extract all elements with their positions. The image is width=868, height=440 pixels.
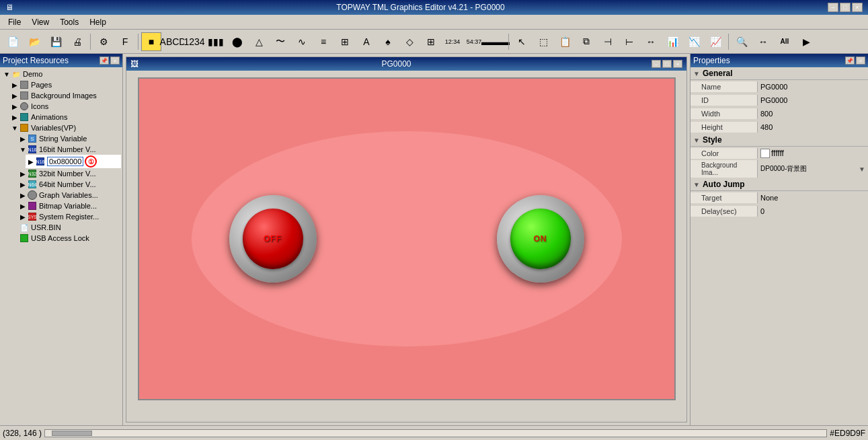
flip-tool[interactable]: ↔ xyxy=(753,32,773,51)
bg-label: Background Images xyxy=(31,91,97,100)
bgimage-text: DP0000-背景图 xyxy=(760,164,807,174)
settings-button[interactable]: ⚙ xyxy=(93,32,114,51)
chart2-tool[interactable]: 📉 xyxy=(684,32,704,51)
table-tool[interactable]: ⊞ xyxy=(421,32,441,51)
resize-tool[interactable]: ↔ xyxy=(641,32,661,51)
font-button[interactable]: F xyxy=(115,32,135,51)
textlabel-tool[interactable]: A xyxy=(356,32,377,51)
sine-tool[interactable]: ∿ xyxy=(292,32,312,51)
tree-usr-bin[interactable]: 📄 USR.BIN xyxy=(9,222,121,233)
chart3-tool[interactable]: 📈 xyxy=(705,32,725,51)
grid-tool[interactable]: ⊞ xyxy=(335,32,355,51)
tree-bitmap-var[interactable]: ▶ Bitmap Variable... xyxy=(17,200,121,211)
card-tool[interactable]: ♠ xyxy=(378,32,398,51)
canvas-minimize[interactable]: – xyxy=(652,60,661,68)
design-canvas[interactable]: OFF ON xyxy=(138,77,676,400)
expand-bitmap[interactable]: ▶ xyxy=(19,203,27,210)
autojump-section-header[interactable]: ▼ Auto Jump xyxy=(691,178,868,191)
tree-string-var[interactable]: ▶ S String Variable xyxy=(17,133,121,144)
expand-n32[interactable]: ▶ xyxy=(19,170,27,178)
tree-sysreg[interactable]: ▶ SYS System Register... xyxy=(17,211,121,222)
expand-bg[interactable]: ▶ xyxy=(11,92,19,100)
props-close-button[interactable]: × xyxy=(856,57,865,65)
rect-tool[interactable]: ■ xyxy=(141,32,161,51)
new-button[interactable]: 📄 xyxy=(3,32,23,51)
n16-item-input[interactable]: 0x080000 xyxy=(47,157,83,166)
print-button[interactable]: 🖨 xyxy=(67,32,87,51)
all-tool[interactable]: All xyxy=(775,32,795,51)
meter-tool[interactable]: ▬▬▬ xyxy=(485,32,506,51)
menu-view[interactable]: View xyxy=(26,16,54,28)
cursor-tool[interactable]: ↖ xyxy=(512,32,532,51)
tree-n16-var[interactable]: ▼ N16 16bit Number V... xyxy=(17,144,121,155)
distribute-tool[interactable]: ⊢ xyxy=(619,32,639,51)
save-button[interactable]: 💾 xyxy=(46,32,66,51)
tree-bg-images[interactable]: ▶ Background Images xyxy=(9,90,121,101)
minimize-button[interactable]: – xyxy=(828,3,838,12)
panel-pin-button[interactable]: 📌 xyxy=(100,57,109,65)
general-section-header[interactable]: ▼ General xyxy=(691,67,868,80)
expand-strvar[interactable]: ▶ xyxy=(19,135,27,143)
expand-pages[interactable]: ▶ xyxy=(11,81,19,89)
expand-vars[interactable]: ▼ xyxy=(11,124,19,132)
menu-tools[interactable]: Tools xyxy=(54,16,84,28)
tree-n64-var[interactable]: ▶ N64 64bit Number V... xyxy=(17,179,121,190)
expand-n16[interactable]: ▼ xyxy=(19,146,27,153)
text-tool[interactable]: ABCD xyxy=(163,32,183,51)
expand-n64[interactable]: ▶ xyxy=(19,181,27,188)
tree-pages[interactable]: ▶ Pages xyxy=(9,79,121,90)
diamond-tool[interactable]: ◇ xyxy=(399,32,420,51)
triangle-tool[interactable]: △ xyxy=(249,32,269,51)
tree-graph-var[interactable]: ▶ Graph Variables... xyxy=(17,190,121,200)
tree-n16-item[interactable]: ▶ N16 0x080000 ① xyxy=(26,155,121,168)
tree-usb-lock[interactable]: USB Access Lock xyxy=(9,233,121,244)
open-button[interactable]: 📂 xyxy=(24,32,44,51)
bg-icon xyxy=(19,91,30,100)
more-tool[interactable]: ▶ xyxy=(796,32,816,51)
expand-n16-item[interactable]: ▶ xyxy=(27,158,35,166)
expand-usb[interactable] xyxy=(11,235,19,242)
canvas-close[interactable]: × xyxy=(673,60,682,68)
canvas-content[interactable]: OFF ON xyxy=(126,71,686,422)
tree-variables[interactable]: ▼ Variables(VP) xyxy=(9,122,121,133)
chart1-tool[interactable]: 📊 xyxy=(662,32,682,51)
tree-demo[interactable]: ▼ 📁 Demo xyxy=(1,69,121,79)
expand-icons[interactable]: ▶ xyxy=(11,103,19,110)
props-pin-button[interactable]: 📌 xyxy=(845,57,855,65)
expand-anim[interactable]: ▶ xyxy=(11,114,19,121)
expand-demo[interactable]: ▼ xyxy=(3,71,11,78)
number-tool[interactable]: 1234 xyxy=(184,32,204,51)
timedisplay-tool[interactable]: 12:34 xyxy=(442,32,463,51)
maximize-button[interactable]: □ xyxy=(840,3,851,12)
sep1 xyxy=(90,34,91,50)
expand-graph[interactable]: ▶ xyxy=(19,192,27,199)
color-swatch[interactable] xyxy=(760,149,770,158)
tree-icons[interactable]: ▶ Icons xyxy=(9,101,121,112)
canvas-restore[interactable]: □ xyxy=(662,60,672,68)
on-button[interactable]: ON xyxy=(497,195,584,283)
barcode-tool[interactable]: ▮▮▮ xyxy=(206,32,226,51)
prop-bgimage-row: Background Ima... DP0000-背景图 ▼ xyxy=(691,160,868,178)
tree-n32-var[interactable]: ▶ N32 32bit Number V... xyxy=(17,168,121,179)
circle-tool[interactable]: ⬤ xyxy=(227,32,247,51)
zoom-tool[interactable]: 🔍 xyxy=(732,32,752,51)
newpage-tool[interactable]: 📋 xyxy=(555,32,575,51)
general-section-label: General xyxy=(703,69,733,78)
scroll-thumb[interactable] xyxy=(52,431,92,436)
expand-sysreg[interactable]: ▶ xyxy=(19,213,27,221)
panel-close-button[interactable]: × xyxy=(110,57,120,65)
bgimage-dropdown[interactable]: ▼ xyxy=(859,166,865,173)
off-button[interactable]: OFF xyxy=(229,195,317,283)
tree-animations[interactable]: ▶ Animations xyxy=(9,112,121,122)
style-section-header[interactable]: ▼ Style xyxy=(691,134,868,147)
select-tool[interactable]: ⬚ xyxy=(533,32,553,51)
lines-tool[interactable]: ≡ xyxy=(313,32,333,51)
expand-usr[interactable] xyxy=(11,224,19,231)
align-tool[interactable]: ⊣ xyxy=(598,32,618,51)
wave-tool[interactable]: 〜 xyxy=(270,32,290,51)
menu-help[interactable]: Help xyxy=(84,16,112,28)
menu-file[interactable]: File xyxy=(3,16,26,28)
copypage-tool[interactable]: ⧉ xyxy=(576,32,596,51)
status-scrollbar[interactable] xyxy=(44,429,827,437)
close-button[interactable]: × xyxy=(852,3,863,12)
